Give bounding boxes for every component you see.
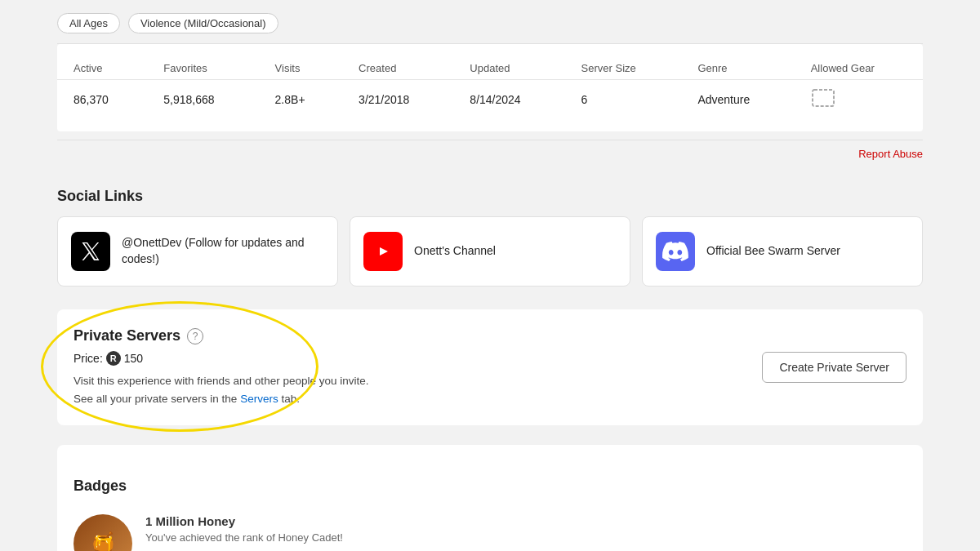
val-server-size: 6 <box>565 80 682 119</box>
col-active: Active <box>57 57 147 80</box>
desc-line1: Visit this experience with friends and o… <box>74 375 368 387</box>
price-amount: 150 <box>124 352 143 365</box>
discord-icon <box>656 232 695 271</box>
col-server-size: Server Size <box>565 57 682 80</box>
val-visits: 2.8B+ <box>259 80 343 119</box>
col-genre: Genre <box>681 57 794 80</box>
badge-info: 1 Million Honey You've achieved the rank… <box>145 514 343 544</box>
stats-section: Active Favorites Visits Created Updated … <box>57 44 923 131</box>
age-tag: All Ages <box>57 13 120 33</box>
col-updated: Updated <box>453 57 564 80</box>
x-label: @OnettDev (Follow for updates and codes!… <box>122 235 324 267</box>
report-abuse-link[interactable]: Report Abuse <box>858 148 923 160</box>
help-icon[interactable]: ? <box>187 328 203 344</box>
robux-icon: R <box>106 351 121 366</box>
youtube-icon <box>363 232 403 271</box>
social-card-discord[interactable]: Official Bee Swarm Server <box>642 216 923 287</box>
youtube-label: Onett's Channel <box>414 243 496 260</box>
val-created: 3/21/2018 <box>342 80 453 119</box>
servers-link[interactable]: Servers <box>240 393 278 405</box>
social-card-x[interactable]: @OnettDev (Follow for updates and codes!… <box>57 216 338 287</box>
desc-line3: tab. <box>281 393 300 405</box>
val-allowed-gear <box>795 80 923 119</box>
social-links-section: Social Links @OnettDev (Follow for updat… <box>57 188 923 287</box>
tags-row: All Ages Violence (Mild/Occasional) <box>57 0 923 43</box>
badge-icon: 🍯 <box>74 514 132 551</box>
annotation-circle <box>41 301 318 432</box>
price-label: Price: <box>74 352 103 365</box>
violence-tag: Violence (Mild/Occasional) <box>128 13 278 33</box>
badge-name: 1 Million Honey <box>145 514 343 528</box>
private-servers-title: Private Servers <box>74 327 180 344</box>
svg-rect-0 <box>813 90 834 106</box>
private-servers-section: Private Servers ? Price: R 150 Visit thi… <box>57 309 923 425</box>
col-visits: Visits <box>259 57 343 80</box>
social-card-youtube[interactable]: Onett's Channel <box>350 216 630 287</box>
badge-item: 🍯 1 Million Honey You've achieved the ra… <box>74 506 906 551</box>
val-genre: Adventure <box>681 80 794 119</box>
col-created: Created <box>342 57 453 80</box>
social-links-title: Social Links <box>57 188 923 205</box>
badges-title: Badges <box>74 478 906 495</box>
report-row: Report Abuse <box>57 140 923 171</box>
col-favorites: Favorites <box>147 57 258 80</box>
stats-table: Active Favorites Visits Created Updated … <box>57 57 923 118</box>
val-active: 86,370 <box>57 80 147 119</box>
badges-section: Badges 🍯 1 Million Honey You've achieved… <box>57 445 923 551</box>
private-servers-header: Private Servers ? <box>74 327 906 344</box>
desc-line2: See all your private servers in the <box>74 393 237 405</box>
create-private-server-button[interactable]: Create Private Server <box>762 352 906 383</box>
col-allowed-gear: Allowed Gear <box>795 57 923 80</box>
discord-label: Official Bee Swarm Server <box>706 243 840 260</box>
val-updated: 8/14/2024 <box>453 80 564 119</box>
badge-desc: You've achieved the rank of Honey Cadet! <box>145 531 343 544</box>
social-links-grid: @OnettDev (Follow for updates and codes!… <box>57 216 923 287</box>
x-icon <box>71 232 110 271</box>
val-favorites: 5,918,668 <box>147 80 258 119</box>
